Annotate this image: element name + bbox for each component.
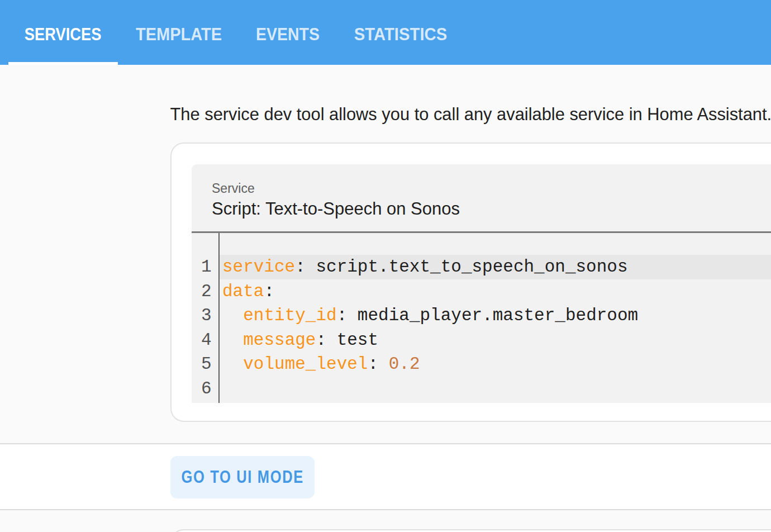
yaml-editor[interactable]: 123456 service: script.text_to_speech_on… — [192, 233, 771, 403]
line-number: 5 — [192, 352, 212, 377]
code-line-3[interactable]: entity_id: media_player.master_bedroom — [220, 303, 771, 328]
yaml-editor-gutter: 123456 — [192, 233, 220, 403]
tab-label: TEMPLATE — [136, 24, 222, 45]
service-select-label: Service — [212, 182, 255, 195]
tab-events[interactable]: EVENTS — [240, 0, 336, 65]
service-select-value: Script: Text-to-Speech on Sonos — [212, 200, 460, 217]
tab-label: EVENTS — [256, 24, 320, 45]
service-call-card: Service Script: Text-to-Speech on Sonos … — [170, 142, 771, 422]
yaml-text: : script.text_to_speech_on_sonos — [295, 257, 627, 277]
yaml-key: volume_level — [243, 354, 368, 374]
yaml-key: data — [222, 282, 264, 301]
line-number: 4 — [192, 328, 212, 353]
yaml-text: : test — [316, 330, 378, 350]
yaml-editor-code[interactable]: service: script.text_to_speech_on_sonosd… — [220, 233, 771, 403]
service-tool-description: The service dev tool allows you to call … — [170, 106, 771, 123]
code-line-5[interactable]: volume_level: 0.2 — [220, 352, 771, 377]
tab-label: SERVICES — [25, 24, 102, 45]
yaml-key: entity_id — [243, 306, 336, 325]
code-line-4[interactable]: message: test — [220, 328, 771, 353]
developer-tools-tab-bar: SERVICESTEMPLATEEVENTSSTATISTICS — [0, 0, 771, 65]
tab-label: STATISTICS — [354, 24, 446, 45]
yaml-text — [222, 306, 243, 325]
service-select[interactable]: Service Script: Text-to-Speech on Sonos — [192, 164, 771, 233]
go-to-ui-mode-button[interactable]: GO TO UI MODE — [170, 456, 315, 498]
yaml-key: service — [222, 257, 295, 277]
yaml-text: : — [264, 282, 274, 301]
line-number: 6 — [192, 377, 212, 401]
yaml-text: : media_player.master_bedroom — [337, 306, 639, 325]
code-line-1[interactable]: service: script.text_to_speech_on_sonos — [220, 255, 771, 279]
yaml-key: message — [243, 330, 316, 350]
line-number: 3 — [192, 303, 212, 328]
tab-services[interactable]: SERVICES — [8, 0, 118, 65]
next-section-card — [170, 529, 771, 532]
editor-mode-footer: GO TO UI MODE — [0, 443, 771, 510]
code-line-2[interactable]: data: — [220, 279, 771, 304]
line-number: 1 — [192, 255, 212, 279]
tab-template[interactable]: TEMPLATE — [118, 0, 240, 65]
code-line-6[interactable] — [220, 377, 771, 401]
yaml-text — [222, 354, 243, 374]
yaml-number: 0.2 — [389, 354, 420, 374]
yaml-text: : — [368, 354, 388, 374]
line-number: 2 — [192, 279, 212, 304]
tab-statistics[interactable]: STATISTICS — [336, 0, 464, 65]
go-to-ui-mode-label: GO TO UI MODE — [181, 467, 303, 487]
yaml-text — [222, 330, 243, 350]
